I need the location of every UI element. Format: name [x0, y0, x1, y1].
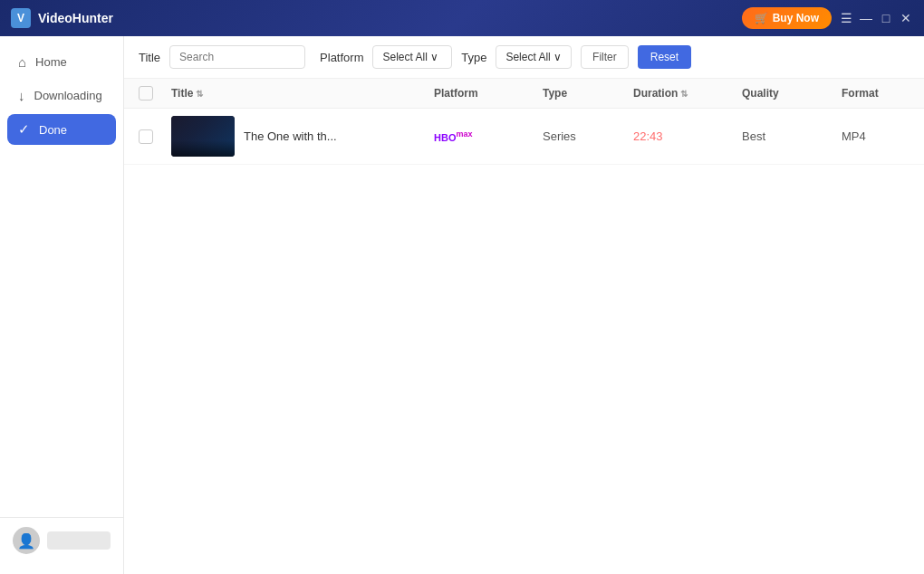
hbo-max-logo: HBOmax — [434, 129, 472, 143]
buy-now-button[interactable]: 🛒 Buy Now — [742, 7, 832, 29]
col-duration: Duration ⇅ — [633, 86, 742, 100]
type-select[interactable]: Select All ∨ — [496, 45, 572, 69]
title-label: Title — [139, 51, 160, 64]
platform-cell: HBOmax — [434, 129, 543, 143]
content-area: Title Platform Select All ∨ Type Select … — [124, 36, 924, 574]
col-quality: Quality — [742, 86, 842, 100]
col-format: Format — [842, 86, 924, 100]
col-platform: Platform — [434, 86, 543, 100]
avatar-icon: 👤 — [17, 532, 35, 550]
search-input[interactable] — [169, 45, 305, 69]
platform-select[interactable]: Select All ∨ — [372, 45, 452, 69]
downloading-icon: ↓ — [18, 88, 25, 103]
home-icon: ⌂ — [18, 54, 26, 70]
table-container: Title ⇅ Platform Type Duration ⇅ Quality — [124, 79, 924, 574]
menu-button[interactable]: ☰ — [839, 11, 853, 25]
col-type: Type — [543, 86, 633, 100]
row-checkbox-cell — [139, 129, 171, 144]
video-thumbnail — [171, 116, 235, 157]
format-cell: MP4 — [842, 129, 924, 143]
header-checkbox[interactable] — [139, 86, 153, 100]
toolbar: Title Platform Select All ∨ Type Select … — [124, 36, 924, 79]
avatar: 👤 — [13, 527, 40, 554]
quality-cell: Best — [742, 129, 842, 143]
duration-sort-icon: ⇅ — [680, 89, 688, 99]
col-checkbox — [139, 86, 171, 100]
duration-cell: 22:43 — [633, 129, 742, 143]
close-button[interactable]: ✕ — [899, 11, 913, 25]
app-title: VideoHunter — [38, 11, 113, 25]
sidebar-user: 👤 — [0, 517, 123, 563]
main-layout: ⌂ Home ↓ Downloading ✓ Done 👤 Title Plat — [0, 36, 924, 574]
user-info-placeholder — [47, 531, 111, 550]
sidebar-nav: ⌂ Home ↓ Downloading ✓ Done — [0, 47, 123, 145]
video-cell: The One with th... — [171, 116, 434, 157]
platform-label: Platform — [320, 51, 363, 64]
app-logo: V — [11, 8, 31, 28]
row-checkbox[interactable] — [139, 129, 153, 144]
video-title: The One with th... — [244, 129, 337, 143]
sidebar-item-home[interactable]: ⌂ Home — [7, 47, 116, 77]
window-controls: ☰ — □ ✕ — [839, 11, 913, 25]
filter-button[interactable]: Filter — [581, 45, 629, 69]
sort-icon: ⇅ — [196, 89, 203, 99]
sidebar-item-done[interactable]: ✓ Done — [7, 114, 116, 145]
table-row: The One with th... HBOmax Series 22:43 B… — [124, 109, 924, 165]
table-header: Title ⇅ Platform Type Duration ⇅ Quality — [124, 79, 924, 109]
thumbnail-image — [171, 116, 235, 157]
done-icon: ✓ — [18, 121, 30, 138]
titlebar-left: V VideoHunter — [11, 8, 113, 28]
sidebar-item-downloading[interactable]: ↓ Downloading — [7, 81, 116, 110]
maximize-button[interactable]: □ — [879, 11, 893, 25]
titlebar: V VideoHunter 🛒 Buy Now ☰ — □ ✕ — [0, 0, 924, 36]
reset-button[interactable]: Reset — [638, 45, 691, 69]
sidebar: ⌂ Home ↓ Downloading ✓ Done 👤 — [0, 36, 124, 574]
type-label: Type — [461, 51, 486, 64]
titlebar-right: 🛒 Buy Now ☰ — □ ✕ — [742, 7, 913, 29]
cart-icon: 🛒 — [755, 12, 768, 24]
minimize-button[interactable]: — — [859, 11, 873, 25]
type-cell: Series — [543, 129, 633, 143]
col-title: Title ⇅ — [171, 86, 434, 100]
